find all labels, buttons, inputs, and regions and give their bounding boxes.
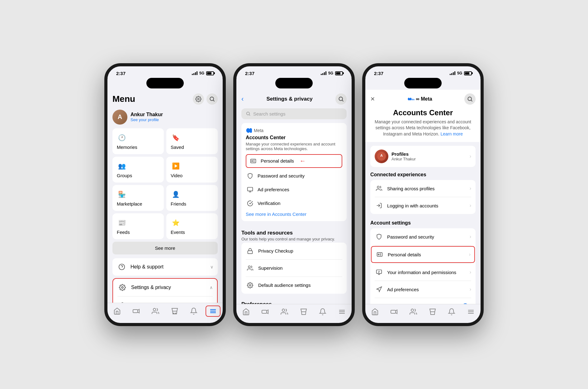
nav-marketplace-3[interactable] bbox=[425, 307, 440, 317]
id-card-icon bbox=[250, 158, 256, 164]
as-div-1 bbox=[375, 245, 471, 245]
tile-feeds[interactable]: 📰 Feeds bbox=[112, 213, 164, 239]
see-more-button[interactable]: See more bbox=[112, 242, 218, 254]
lock-svg-icon bbox=[247, 248, 253, 254]
marketplace-nav-icon-1 bbox=[171, 307, 178, 315]
ac-info-icon bbox=[375, 268, 383, 277]
tile-video-label: Video bbox=[171, 173, 213, 178]
nav-people-1[interactable] bbox=[148, 306, 163, 316]
nav-people-3[interactable] bbox=[406, 307, 421, 317]
nav-video-1[interactable] bbox=[129, 306, 144, 316]
personal-details-icon bbox=[249, 157, 258, 165]
accounts-verification-item[interactable]: Verification bbox=[246, 197, 342, 210]
avatar: A bbox=[112, 110, 127, 125]
back-button[interactable]: ‹ bbox=[241, 95, 244, 103]
settings-privacy-arrow: ∧ bbox=[210, 285, 213, 290]
ac-shield-svg bbox=[376, 234, 382, 240]
tile-video[interactable]: ▶️ Video bbox=[166, 157, 218, 183]
nav-video-3[interactable] bbox=[386, 307, 401, 317]
signal-type-3: 5G bbox=[457, 71, 462, 75]
video-nav-icon-1 bbox=[132, 307, 140, 315]
signal-bar-1 bbox=[192, 74, 193, 75]
personal-details-item-highlighted[interactable]: Personal details ← bbox=[246, 154, 342, 168]
nav-menu-2[interactable] bbox=[334, 307, 349, 317]
bottom-nav-3 bbox=[365, 304, 481, 323]
signal-bar-2 bbox=[193, 73, 194, 75]
tile-friends[interactable]: 👤 Friends bbox=[166, 185, 218, 211]
search-button[interactable] bbox=[206, 93, 218, 105]
ac-profiles-label: Profiles bbox=[391, 151, 416, 157]
phone-accounts-center: 2:37 5G ✕ bbox=[362, 63, 484, 326]
default-audience-item[interactable]: Default audience settings bbox=[241, 277, 347, 294]
ac-pay-item[interactable]: Facebook Pay f › bbox=[370, 298, 476, 304]
ac-learn-more-link[interactable]: Learn more bbox=[440, 131, 463, 136]
ac-personal-details-item[interactable]: Personal details › bbox=[371, 246, 475, 263]
see-more-accounts-link[interactable]: See more in Accounts Center bbox=[246, 211, 342, 217]
settings-privacy-item[interactable]: Settings & privacy ∧ bbox=[113, 279, 217, 296]
settings-child-icon bbox=[117, 300, 127, 303]
tile-marketplace[interactable]: 🏪 Marketplace bbox=[112, 185, 164, 211]
prefs-title: Preferences bbox=[241, 301, 347, 304]
settings-title: Settings & privacy bbox=[267, 96, 313, 102]
privacy-checkup-label: Privacy Checkup bbox=[258, 248, 293, 254]
tile-events[interactable]: ⭐ Events bbox=[166, 213, 218, 239]
privacy-checkup-item[interactable]: Privacy Checkup bbox=[241, 243, 347, 259]
ac-header: ✕ Meta ∞ Meta bbox=[365, 90, 481, 106]
nav-home-2[interactable] bbox=[239, 307, 254, 317]
nav-bell-1[interactable] bbox=[186, 306, 201, 316]
help-support-item[interactable]: Help & support ∨ bbox=[112, 258, 218, 276]
tile-saved[interactable]: 🔖 Saved bbox=[166, 128, 218, 154]
sharing-profiles-item[interactable]: Sharing across profiles › bbox=[370, 180, 476, 197]
people-nav-icon-1 bbox=[152, 307, 159, 315]
svg-text:A: A bbox=[380, 154, 383, 158]
accounts-password-item[interactable]: Password and security bbox=[246, 169, 342, 183]
nav-menu-3[interactable] bbox=[463, 307, 478, 317]
nav-home-3[interactable] bbox=[368, 307, 382, 317]
ac-profiles-section: A Profiles Ankur Thakur › bbox=[370, 146, 476, 167]
logging-in-item[interactable]: Logging in with accounts › bbox=[370, 197, 476, 214]
nav-video-2[interactable] bbox=[258, 307, 273, 317]
svg-point-31 bbox=[282, 309, 285, 311]
tile-feeds-label: Feeds bbox=[117, 230, 159, 235]
ac-info-item[interactable]: Your information and permissions › bbox=[370, 264, 476, 281]
nav-menu-1[interactable] bbox=[206, 306, 220, 317]
people-nav-icon-2 bbox=[281, 308, 288, 315]
accounts-adprefs-label: Ad preferences bbox=[258, 187, 289, 192]
personal-details-label: Personal details bbox=[261, 158, 294, 164]
bell-icon-3 bbox=[448, 308, 455, 315]
ac-profile-item[interactable]: A Profiles Ankur Thakur › bbox=[370, 146, 476, 167]
svg-point-25 bbox=[249, 284, 251, 286]
signal-type-2: 5G bbox=[328, 71, 333, 75]
ac-ads-item[interactable]: Ad preferences › bbox=[370, 281, 476, 298]
ac-id-svg bbox=[377, 251, 383, 258]
tile-groups[interactable]: 👥 Groups bbox=[112, 157, 164, 183]
gear-button[interactable] bbox=[193, 93, 204, 105]
profile-row[interactable]: A Ankur Thakur See your profile bbox=[107, 107, 223, 128]
ac-password-item[interactable]: Password and security › bbox=[370, 228, 476, 245]
s3b4 bbox=[454, 71, 455, 75]
settings-item[interactable]: Settings bbox=[113, 296, 217, 303]
nav-marketplace-1[interactable] bbox=[167, 306, 182, 316]
dynamic-island-1 bbox=[146, 78, 184, 88]
ac-title-section: Accounts Center Manage your connected ex… bbox=[365, 106, 481, 142]
settings-icon bbox=[117, 282, 127, 292]
search-bar[interactable]: Search settings bbox=[241, 108, 347, 119]
connected-experiences-list: Sharing across profiles › Logging in bbox=[370, 180, 476, 214]
close-button[interactable]: ✕ bbox=[370, 96, 375, 102]
nav-people-2[interactable] bbox=[277, 307, 292, 317]
settings-search-button[interactable] bbox=[335, 93, 347, 105]
nav-bell-2[interactable] bbox=[315, 307, 330, 317]
ac-search-button[interactable] bbox=[464, 93, 476, 105]
supervision-item[interactable]: Supervision bbox=[241, 260, 347, 277]
tile-saved-label: Saved bbox=[171, 145, 213, 150]
nav-marketplace-2[interactable] bbox=[296, 307, 311, 317]
dynamic-island-2 bbox=[275, 78, 313, 88]
svg-point-24 bbox=[248, 266, 250, 268]
accounts-adprefs-item[interactable]: Ad preferences bbox=[246, 183, 342, 197]
tile-memories[interactable]: 🕐 Memories bbox=[112, 128, 164, 154]
svg-point-18 bbox=[247, 112, 249, 115]
nav-bell-3[interactable] bbox=[444, 307, 459, 317]
nav-home-1[interactable] bbox=[110, 306, 125, 316]
marketplace-nav-icon-3 bbox=[429, 308, 436, 315]
search-icon bbox=[209, 96, 215, 102]
